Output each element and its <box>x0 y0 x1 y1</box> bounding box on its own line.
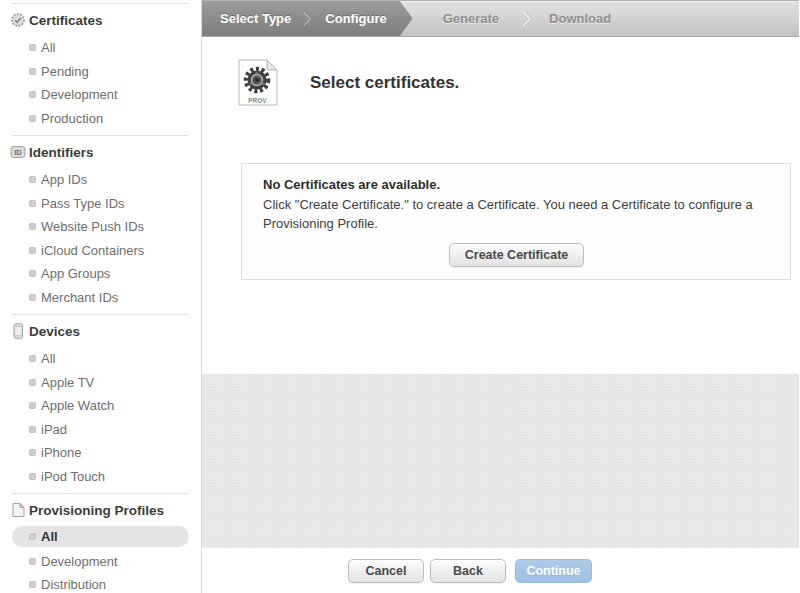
chevron-right-icon <box>297 11 311 25</box>
create-certificate-button[interactable]: Create Certificate <box>449 243 585 267</box>
bullet-icon <box>29 115 36 122</box>
bullet-icon <box>29 44 36 51</box>
sidebar-item-label: App Groups <box>41 266 110 281</box>
main-panel: Select Type Configure Generate Download <box>202 0 799 593</box>
sidebar-item-label: App IDs <box>41 172 87 187</box>
sidebar-item-certificates-pending[interactable]: Pending <box>0 60 201 84</box>
sidebar: Certificates All Pending Development Pro… <box>0 0 202 593</box>
step-configure: Configure <box>325 11 386 26</box>
sidebar-item-label: All <box>41 529 58 544</box>
bullet-icon <box>29 581 36 588</box>
chevron-right-icon <box>517 11 531 25</box>
wizard-steps-completed: Select Type Configure <box>202 1 413 36</box>
bullet-icon <box>29 355 36 362</box>
bullet-icon <box>29 247 36 254</box>
sidebar-header-identifiers: ID Identifiers <box>0 136 201 168</box>
sidebar-item-label: iPad <box>41 422 67 437</box>
sidebar-item-ipad[interactable]: iPad <box>0 418 201 442</box>
back-button[interactable]: Back <box>430 559 506 583</box>
sidebar-item-label: iPhone <box>41 445 81 460</box>
notice-body: Click "Create Certificate." to create a … <box>263 195 773 233</box>
sidebar-item-label: Development <box>41 87 118 102</box>
certificate-seal-icon <box>10 12 26 28</box>
sidebar-item-profiles-all[interactable]: All <box>12 526 189 547</box>
sidebar-item-certificates-development[interactable]: Development <box>0 83 201 107</box>
svg-text:PROV: PROV <box>248 97 267 104</box>
sidebar-item-label: iPod Touch <box>41 469 105 484</box>
page-title: Select certificates. <box>310 73 459 93</box>
notice-button-row: Create Certificate <box>263 243 770 267</box>
sidebar-item-app-ids[interactable]: App IDs <box>0 168 201 192</box>
wizard-steps-upcoming: Generate Download <box>443 1 611 36</box>
sidebar-item-app-groups[interactable]: App Groups <box>0 262 201 286</box>
sidebar-item-apple-watch[interactable]: Apple Watch <box>0 394 201 418</box>
sidebar-section-identifiers: ID Identifiers App IDs Pass Type IDs Web… <box>0 136 201 314</box>
document-icon <box>10 502 26 518</box>
sidebar-item-iphone[interactable]: iPhone <box>0 441 201 465</box>
sidebar-item-ipod-touch[interactable]: iPod Touch <box>0 465 201 489</box>
id-badge-icon: ID <box>10 144 26 160</box>
sidebar-item-profiles-distribution[interactable]: Distribution <box>0 573 201 593</box>
svg-text:ID: ID <box>14 148 22 157</box>
sidebar-item-label: Apple TV <box>41 375 94 390</box>
app-window: Certificates All Pending Development Pro… <box>0 0 800 593</box>
bullet-icon <box>29 176 36 183</box>
device-icon <box>10 323 26 339</box>
step-select-type: Select Type <box>220 11 291 26</box>
sidebar-section-provisioning-profiles: Provisioning Profiles All Development Di… <box>0 494 201 593</box>
sidebar-item-label: Apple Watch <box>41 398 114 413</box>
sidebar-item-label: Pending <box>41 64 89 79</box>
bullet-icon <box>29 473 36 480</box>
provisioning-profile-icon: PROV <box>238 59 278 106</box>
sidebar-item-label: Website Push IDs <box>41 219 144 234</box>
bullet-icon <box>29 402 36 409</box>
sidebar-item-pass-type-ids[interactable]: Pass Type IDs <box>0 192 201 216</box>
sidebar-item-label: Merchant IDs <box>41 290 118 305</box>
sidebar-item-merchant-ids[interactable]: Merchant IDs <box>0 286 201 310</box>
sidebar-header-label: Identifiers <box>29 145 94 160</box>
content-area: PROV Select certificates. No Certificate… <box>202 37 799 374</box>
bullet-icon <box>29 294 36 301</box>
bullet-icon <box>29 533 36 540</box>
sidebar-section-devices: Devices All Apple TV Apple Watch iPad <box>0 315 201 493</box>
bullet-icon <box>29 379 36 386</box>
bullet-icon <box>29 558 36 565</box>
step-download: Download <box>549 11 611 26</box>
no-certificates-notice: No Certificates are available. Click "Cr… <box>241 163 791 280</box>
title-row: PROV Select certificates. <box>238 59 799 106</box>
bullet-icon <box>29 426 36 433</box>
sidebar-header-devices: Devices <box>0 315 201 347</box>
sidebar-header-provisioning-profiles: Provisioning Profiles <box>0 494 201 526</box>
bullet-icon <box>29 270 36 277</box>
bullet-icon <box>29 223 36 230</box>
cancel-button[interactable]: Cancel <box>348 559 424 583</box>
sidebar-header-label: Devices <box>29 324 80 339</box>
sidebar-item-certificates-all[interactable]: All <box>0 36 201 60</box>
sidebar-header-certificates: Certificates <box>0 4 201 36</box>
bullet-icon <box>29 91 36 98</box>
sidebar-item-label: Pass Type IDs <box>41 196 125 211</box>
sidebar-header-label: Certificates <box>29 13 103 28</box>
bullet-icon <box>29 68 36 75</box>
sidebar-header-label: Provisioning Profiles <box>29 503 164 518</box>
notice-title: No Certificates are available. <box>263 177 770 192</box>
texture-background <box>202 374 799 548</box>
sidebar-item-label: All <box>41 40 55 55</box>
sidebar-section-certificates: Certificates All Pending Development Pro… <box>0 4 201 135</box>
sidebar-item-label: Development <box>41 554 118 569</box>
sidebar-item-label: Production <box>41 111 103 126</box>
sidebar-item-website-push-ids[interactable]: Website Push IDs <box>0 215 201 239</box>
bullet-icon <box>29 200 36 207</box>
sidebar-item-label: iCloud Containers <box>41 243 144 258</box>
sidebar-item-label: Distribution <box>41 577 106 592</box>
sidebar-item-apple-tv[interactable]: Apple TV <box>0 371 201 395</box>
sidebar-item-profiles-development[interactable]: Development <box>0 550 201 574</box>
sidebar-item-icloud-containers[interactable]: iCloud Containers <box>0 239 201 263</box>
sidebar-item-certificates-production[interactable]: Production <box>0 107 201 131</box>
continue-button[interactable]: Continue <box>515 559 592 583</box>
bullet-icon <box>29 449 36 456</box>
sidebar-item-label: All <box>41 351 55 366</box>
footer-bar: Cancel Back Continue <box>202 548 799 593</box>
sidebar-item-devices-all[interactable]: All <box>0 347 201 371</box>
step-generate: Generate <box>443 11 499 26</box>
